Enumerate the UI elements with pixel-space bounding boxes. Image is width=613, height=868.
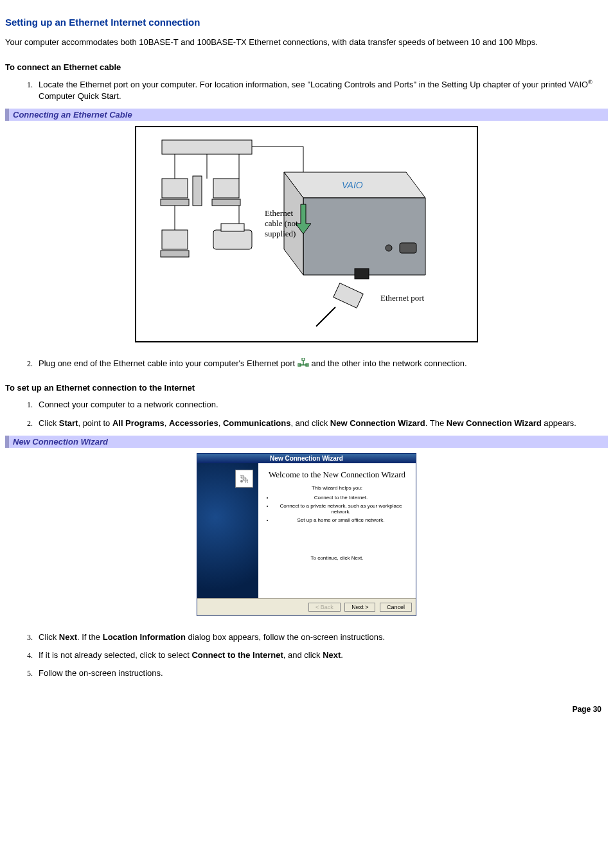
t: Connect to the Internet (191, 650, 283, 660)
wizard-footer: < Back Next > Cancel (197, 598, 416, 616)
wizard-back-button: < Back (308, 603, 341, 612)
setup-steps-list: Connect your computer to a network conne… (5, 399, 608, 429)
svg-marker-16 (303, 198, 425, 275)
wizard-bullet: Connect to a private network, such as yo… (274, 503, 408, 515)
svg-rect-5 (161, 199, 189, 206)
cable-step-2: Plug one end of the Ethernet cable into … (35, 358, 608, 370)
svg-rect-6 (213, 179, 239, 198)
cable-heading: To connect an Ethernet cable (5, 62, 608, 72)
svg-point-20 (386, 245, 392, 251)
setup-step-1: Connect your computer to a network conne… (35, 399, 608, 411)
svg-rect-4 (162, 179, 188, 198)
figure-caption-cable: Connecting an Ethernet Cable (5, 109, 608, 121)
step-text: Computer Quick Start. (39, 91, 121, 101)
wizard-bullet: Set up a home or small office network. (274, 517, 408, 523)
setup-step-3: Click Next. If the Location Information … (35, 632, 608, 643)
t: New Connection Wizard (447, 418, 542, 428)
svg-rect-12 (162, 230, 188, 249)
setup-steps-list-cont: Click Next. If the Location Information … (5, 632, 608, 680)
t: . If the (77, 632, 103, 642)
wizard-titlebar: New Connection Wizard (197, 454, 416, 463)
svg-rect-21 (355, 269, 369, 279)
intro-paragraph: Your computer accommodates both 10BASE-T… (5, 37, 608, 48)
wizard-main: Welcome to the New Connection Wizard Thi… (258, 463, 416, 598)
t: Start (59, 418, 78, 428)
t: . The (425, 418, 447, 428)
svg-rect-10 (221, 224, 244, 231)
setup-heading: To set up an Ethernet connection to the … (5, 383, 608, 393)
t: Next (59, 632, 77, 642)
ethernet-port-icon (298, 358, 309, 370)
t: , and click (290, 418, 330, 428)
wizard-window: New Connection Wizard Welcome to the New… (197, 453, 416, 616)
setup-step-2: Click Start, point to All Programs, Acce… (35, 418, 608, 429)
t: dialog box appears, follow the on-screen… (186, 632, 385, 642)
t: , (164, 418, 169, 428)
wizard-next-button[interactable]: Next > (344, 603, 375, 612)
cable-steps-list: Locate the Ethernet port on your compute… (5, 78, 608, 103)
cable-steps-list-cont: Plug one end of the Ethernet cable into … (5, 358, 608, 370)
wizard-side-icon (235, 470, 253, 488)
figure-wizard: New Connection Wizard Welcome to the New… (5, 453, 608, 616)
svg-line-27 (316, 307, 335, 326)
wizard-continue: To continue, click Next. (266, 555, 408, 561)
svg-rect-7 (212, 199, 240, 206)
ethernet-diagram: VAIO Ethernet cable (not supplied) Ether… (135, 126, 478, 342)
setup-step-4: If it is not already selected, click to … (35, 650, 608, 661)
wizard-helps: This wizard helps you: (266, 485, 408, 491)
t: Accessories (169, 418, 218, 428)
t: Click (39, 418, 59, 428)
svg-text:VAIO: VAIO (342, 180, 363, 190)
page-number: Page 30 (5, 705, 608, 714)
svg-text:supplied): supplied) (265, 229, 296, 238)
svg-text:Ethernet port: Ethernet port (380, 293, 425, 303)
t: , (218, 418, 223, 428)
step-text: Locate the Ethernet port on your compute… (39, 80, 588, 89)
t: If it is not already selected, click to … (39, 650, 191, 660)
t: , and click (283, 650, 323, 660)
wizard-side-image (197, 463, 258, 598)
t: appears. (542, 418, 576, 428)
svg-point-34 (240, 480, 243, 483)
wizard-heading: Welcome to the New Connection Wizard (266, 470, 408, 480)
svg-text:cable (not: cable (not (265, 218, 298, 228)
t: New Connection Wizard (330, 418, 425, 428)
wizard-bullets: Connect to the Internet. Connect to a pr… (266, 495, 408, 523)
figure-caption-wizard: New Connection Wizard (5, 436, 608, 448)
step-text: Plug one end of the Ethernet cable into … (39, 359, 298, 368)
t: Communications (223, 418, 290, 428)
svg-rect-0 (162, 140, 252, 154)
svg-rect-26 (333, 283, 363, 308)
t: Location Information (103, 632, 186, 642)
svg-rect-33 (302, 358, 305, 360)
svg-rect-13 (161, 251, 189, 257)
svg-rect-19 (400, 243, 416, 253)
t: All Programs (112, 418, 164, 428)
wizard-cancel-button[interactable]: Cancel (380, 603, 412, 612)
step-text: and the other into the network connectio… (311, 359, 466, 368)
t: , point to (78, 418, 112, 428)
setup-step-5: Follow the on-screen instructions. (35, 668, 608, 679)
t: . (341, 650, 343, 660)
t: Click (39, 632, 59, 642)
t: Next (323, 650, 341, 660)
section-title: Setting up an Ethernet Internet connecti… (5, 17, 608, 28)
svg-text:Ethernet: Ethernet (265, 208, 293, 218)
figure-cable-diagram: VAIO Ethernet cable (not supplied) Ether… (5, 126, 608, 342)
svg-rect-8 (193, 176, 202, 206)
cable-step-1: Locate the Ethernet port on your compute… (35, 78, 608, 103)
wizard-bullet: Connect to the Internet. (274, 495, 408, 500)
registered-mark: ® (588, 79, 592, 85)
svg-rect-9 (213, 230, 252, 249)
